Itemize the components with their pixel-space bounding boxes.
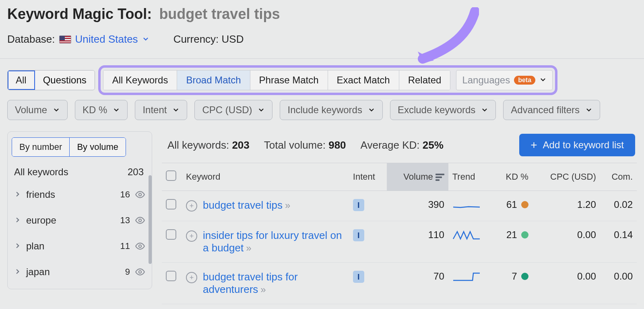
group-name: plan [26,241,116,252]
group-sort-segment: By number By volume [12,137,126,157]
cell-kd: 7 [498,271,528,282]
add-keyword-icon[interactable]: + [186,230,197,242]
languages-label: Languages [462,75,510,86]
filter-exclude[interactable]: Exclude keywords [390,100,496,120]
eye-icon[interactable] [135,241,145,251]
match-exact[interactable]: Exact Match [328,71,399,90]
tab-questions[interactable]: Questions [35,71,95,90]
match-type-highlight: All Keywords Broad Match Phrase Match Ex… [101,68,555,93]
cell-volume: 70 [387,263,448,304]
us-flag-icon [59,35,71,44]
filter-exclude-label: Exclude keywords [398,104,475,116]
add-keyword-icon[interactable]: + [186,272,197,283]
select-all-checkbox[interactable] [166,170,176,181]
col-volume[interactable]: Volume [387,163,448,191]
intent-badge: I [353,199,364,211]
kd-difficulty-dot [521,273,528,280]
keyword-link[interactable]: budget travel tips for adventurers [203,271,298,295]
row-checkbox[interactable] [166,229,176,240]
tab-all[interactable]: All [8,71,35,90]
svg-point-2 [139,245,142,248]
filter-cpc-label: CPC (USD) [202,104,252,116]
row-checkbox[interactable] [166,199,176,209]
filter-volume-label: Volume [15,104,47,116]
cell-cpc: 0.00 [533,263,600,304]
eye-icon[interactable] [135,215,145,226]
row-checkbox[interactable] [166,271,176,281]
cell-trend [448,221,494,263]
table-row: + insider tips for luxury travel on a bu… [162,221,637,263]
chevron-down-icon [585,106,592,114]
cell-volume: 110 [387,221,448,263]
keyword-link[interactable]: budget travel tips [203,199,283,211]
filter-advanced[interactable]: Advanced filters [503,100,600,120]
match-broad[interactable]: Broad Match [177,71,250,90]
filter-cpc[interactable]: CPC (USD) [194,100,272,120]
sidebar-group-item[interactable]: japan 9 [12,259,148,285]
question-filter-segment: All Questions [7,70,95,90]
open-detail-icon[interactable]: » [260,284,263,295]
chevron-right-icon [14,215,21,226]
add-to-keyword-list-button[interactable]: + Add to keyword list [519,134,635,156]
filter-include-label: Include keywords [287,104,362,116]
group-count: 16 [120,189,130,200]
database-dropdown[interactable]: United States [75,33,138,46]
intent-badge: I [353,271,364,283]
col-trend[interactable]: Trend [448,163,494,191]
filter-volume[interactable]: Volume [7,100,68,120]
sort-by-volume[interactable]: By volume [70,138,126,156]
sort-by-number[interactable]: By number [12,138,70,156]
match-related[interactable]: Related [399,71,450,90]
chevron-down-icon[interactable] [142,33,149,46]
keyword-link[interactable]: insider tips for luxury travel on a budg… [203,229,342,254]
sidebar-group-item[interactable]: europe 13 [12,207,148,233]
sort-desc-icon [436,174,444,181]
svg-point-0 [139,193,142,196]
summary-avg-kd-value: 25% [423,139,444,151]
keywords-table: Keyword Intent Volume Trend KD % CPC (US… [162,163,637,304]
chevron-down-icon [113,106,120,114]
col-intent[interactable]: Intent [349,163,387,191]
intent-badge: I [353,229,364,241]
chevron-down-icon [53,106,60,114]
group-count: 13 [120,215,130,226]
col-keyword[interactable]: Keyword [182,163,349,191]
chevron-down-icon [258,106,265,114]
col-kd[interactable]: KD % [494,163,533,191]
col-cpc[interactable]: CPC (USD) [533,163,600,191]
group-name: friends [26,189,116,200]
open-detail-icon[interactable]: » [246,243,249,253]
cell-com: 0.14 [600,221,637,263]
group-count: 9 [125,267,130,277]
filter-include[interactable]: Include keywords [280,100,382,120]
cell-com: 0.00 [600,263,637,304]
open-detail-icon[interactable]: » [285,200,288,211]
add-keyword-icon[interactable]: + [186,200,197,212]
match-type-segment: All Keywords Broad Match Phrase Match Ex… [103,70,451,90]
sidebar-group-item[interactable]: friends 16 [12,182,148,207]
beta-badge: beta [514,76,535,85]
sidebar-group-item[interactable]: plan 11 [12,233,148,259]
group-name: japan [26,266,120,278]
kd-difficulty-dot [521,201,528,208]
sidebar-scrollbar-thumb[interactable] [149,175,152,264]
summary-avg-kd-label: Average KD: [361,139,420,151]
languages-dropdown[interactable]: Languages beta [456,70,553,90]
cell-cpc: 0.00 [533,221,600,263]
match-all-keywords[interactable]: All Keywords [103,71,178,90]
filter-kd[interactable]: KD % [75,100,128,120]
filter-intent[interactable]: Intent [135,100,187,120]
all-keywords-group-label[interactable]: All keywords [14,166,68,178]
summary-all-keywords-value: 203 [232,139,249,151]
database-label: Database: [7,33,55,46]
chevron-down-icon [368,106,375,114]
eye-icon[interactable] [135,189,145,200]
group-count: 11 [120,241,130,251]
keyword-groups-sidebar: By number By volume All keywords 203 fri… [7,131,152,289]
group-name: europe [26,215,116,226]
col-com[interactable]: Com. [600,163,637,191]
filter-advanced-label: Advanced filters [511,104,580,116]
match-phrase[interactable]: Phrase Match [250,71,328,90]
eye-icon[interactable] [135,267,145,277]
chevron-down-icon [172,106,180,114]
